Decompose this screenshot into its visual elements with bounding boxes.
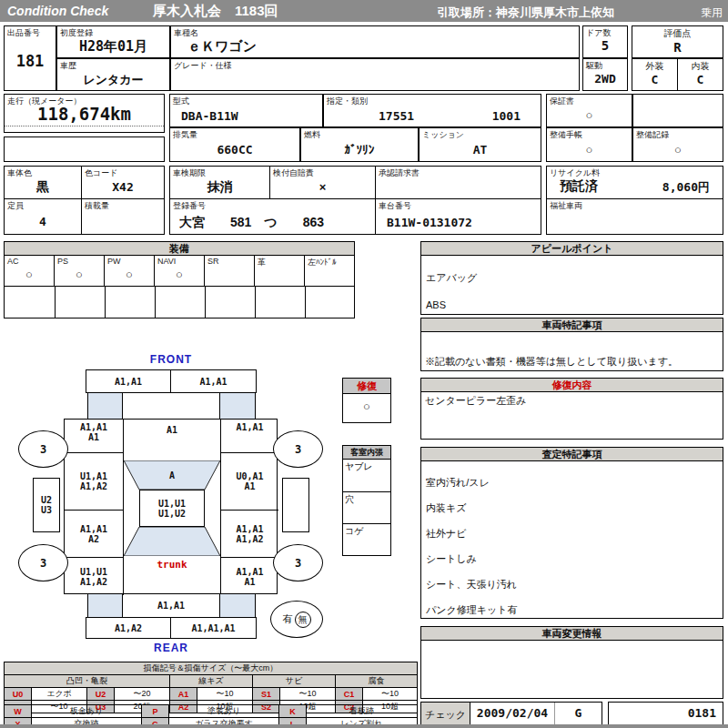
car-history-box: 車歴 レンタカー [56, 58, 170, 91]
score-label: 評価点 [632, 27, 723, 40]
capacity-value: 4 [5, 215, 81, 228]
cabin-interior-box: 客室内張 ヤブレ 穴 コゲ [342, 445, 391, 556]
check-main-cell: 2009/02/04 G [470, 702, 602, 725]
spare-tire-none: 無 [295, 612, 311, 628]
damage-legend-title: 損傷記号＆損傷サイズ（〜最大cm） [5, 662, 418, 675]
mark-value: 板金あり [32, 705, 142, 718]
drive-box: 駆動 2WD [582, 58, 628, 91]
spare-tire-mark: 有 無 [270, 601, 323, 638]
maintenance-book-label: 整備手帳 [550, 129, 582, 141]
drive-value: 2WD [583, 72, 627, 86]
transmission-value: AT [420, 143, 541, 157]
rear-bumper-right-code: A1,A1,A1 [171, 618, 256, 638]
doors-value: 5 [583, 38, 627, 53]
pickup-location: 引取場所：神奈川県厚木市上依知 [437, 5, 614, 21]
capacity-box: 定員 4 [4, 198, 82, 235]
load-capacity-box: 積載量 [81, 198, 165, 235]
model-name-value: ｅＫワゴン [187, 38, 257, 56]
equipment-cell-sr: SR [204, 255, 255, 287]
equipment-value-pw: ○ [105, 268, 154, 281]
rear-pillar-left [87, 594, 123, 617]
rear-bumper: A1,A2 A1,A1,A1 [86, 617, 257, 639]
lot-number-label: 出品番号 [7, 27, 40, 39]
sill-right-box [282, 478, 309, 532]
wheel-front-left: 3 [18, 430, 68, 468]
chassis-number-value: B11W-0131072 [387, 216, 472, 229]
legend-code: C1 [336, 688, 363, 701]
door-rear-left-code: A1,A1 A2 [65, 511, 124, 558]
repair-detail-line: センターピラー左歪み [425, 394, 527, 408]
check-number: 0181 [688, 706, 716, 720]
assessment-line: シート、天張り汚れ [426, 578, 718, 591]
first-registration-box: 初度登録 H28年01月 [56, 25, 170, 58]
equipment-cell-navi: NAVI ○ [154, 255, 205, 287]
warranty-box: 保証書 ○ [546, 94, 632, 127]
body-color-value: 黒 [5, 179, 81, 196]
fuel-label: 燃料 [304, 129, 320, 141]
assessment-title: 査定特記事項 [420, 447, 723, 461]
door-front-right-code: U0,A1 A1 [220, 453, 278, 511]
equipment-value-ac: ○ [5, 268, 54, 281]
wheel-rear-right: 3 [273, 544, 323, 581]
welfare-vehicle-label: 福祉車両 [550, 200, 582, 212]
vehicle-notes-title: 車両特記事項 [420, 318, 723, 332]
model-code-value: DBA-B11W [181, 109, 238, 123]
equipment-label-ac: AC [7, 257, 19, 266]
class-value-1: 17551 [379, 109, 414, 123]
front-pillar-right [219, 393, 256, 419]
capacity-label: 定員 [7, 200, 24, 212]
exterior-grade-label: 外装 [632, 60, 677, 73]
legend-value: 〜10 [280, 688, 336, 701]
color-code-value: X42 [82, 180, 164, 194]
appeal-line: エアバッグ [426, 271, 718, 285]
chassis-number-box: 車台番号 B11W-0131072 [375, 198, 541, 235]
class-value-2: 1001 [492, 109, 521, 123]
equipment-cell-pw: PW ○ [104, 255, 155, 287]
windshield-code: A [124, 460, 220, 490]
assessment-line: パンク修理キット有 [426, 603, 718, 616]
mark-code: K [279, 705, 307, 718]
legend-value: 〜10 [363, 688, 418, 701]
warranty-value: ○ [547, 108, 632, 122]
cabin-interior-title: 客室内張 [343, 446, 390, 460]
door-front-left-code: U1,A1 A1,A2 [65, 453, 124, 511]
model-code-box: 型式 DBA-B11W [169, 94, 323, 127]
rear-bumper-left-code: A1,A2 [86, 618, 171, 638]
exterior-grade-value: C [632, 73, 677, 86]
maintenance-book-value: ○ [547, 143, 632, 157]
hood-code: A1 [124, 420, 220, 460]
class-label: 指定・類別 [327, 96, 368, 107]
header-bar: Condition Check 厚木入札会 1183回 引取場所：神奈川県厚木市… [0, 0, 728, 22]
legend-group-corrosion: 腐食 [336, 675, 418, 688]
change-info-body [420, 640, 723, 699]
interior-grade-box: 内装 C [677, 58, 723, 91]
car-body: A1,A1 A1 A1 A1,A1 U1,A1 A1,A2 U0,A1 A1 A… [64, 419, 278, 594]
mark-code: W [5, 705, 32, 718]
registration-number-label: 登録番号 [173, 200, 206, 212]
legend-group-dent: 凸凹・亀裂 [5, 675, 170, 688]
check-code: G [554, 703, 602, 724]
check-date: 2009/02/04 [470, 703, 554, 724]
maintenance-record-box: 整備記録 ○ [632, 127, 723, 162]
score-value: R [632, 40, 723, 55]
color-code-box: 色コード X42 [81, 166, 165, 199]
repair-detail-body: センターピラー左歪み [420, 391, 723, 440]
assessment-line: 内装キズ [426, 501, 718, 514]
front-bumper: A1,A1 A1,A1 [86, 369, 257, 393]
equipment-label-ps: PS [57, 257, 68, 266]
assessment-line: 社外ナビ [426, 527, 718, 540]
vehicle-type: 乗用 [701, 5, 723, 21]
auction-sheet: Condition Check 厚木入札会 1183回 引取場所：神奈川県厚木市… [0, 0, 728, 728]
repair-mark-value: ○ [343, 394, 390, 413]
equipment-label-sr: SR [207, 257, 219, 266]
rear-window-shape [124, 527, 220, 556]
sill-left-code: U2 U3 [33, 478, 60, 532]
mileage-extra-box [4, 136, 165, 162]
warranty-label: 保証書 [550, 96, 574, 107]
insurance-box: 検付自賠責 × [269, 166, 376, 199]
front-pillar-left [87, 393, 123, 419]
maintenance-record-value: ○ [633, 143, 723, 157]
legend-value: 〜20 [115, 688, 170, 701]
check-label: チェック [421, 708, 470, 722]
inspection-value: 抹消 [170, 179, 269, 196]
